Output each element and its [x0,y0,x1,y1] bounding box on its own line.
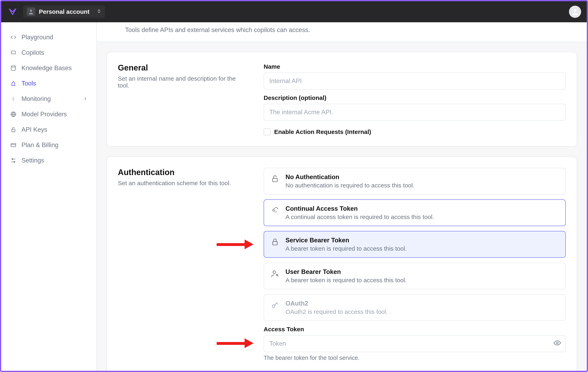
svg-point-0 [30,10,32,12]
section-subheading: Set an authentication scheme for this to… [118,180,247,186]
svg-rect-9 [11,143,16,147]
app-logo[interactable] [7,8,18,16]
name-input[interactable] [264,73,566,89]
sidebar-item-label: Knowledge Bases [21,65,72,72]
sidebar-item-model-providers[interactable]: Model Providers [6,107,92,122]
sidebar-item-label: Copilots [21,49,44,56]
auth-option-title: Service Bearer Token [285,237,407,244]
chevron-right-icon [83,95,87,102]
auth-option-service-bearer-token[interactable]: Service Bearer Token A bearer token is r… [264,231,566,258]
sidebar-item-monitoring[interactable]: Monitoring [6,91,92,107]
sidebar-item-plan-billing[interactable]: Plan & Billing [6,137,92,153]
svg-rect-8 [12,130,15,132]
svg-point-18 [276,274,278,275]
key-icon [10,127,17,132]
chat-icon [10,50,17,55]
svg-rect-2 [11,51,16,54]
svg-rect-16 [273,241,277,245]
sidebar-item-knowledge-bases[interactable]: Knowledge Bases [6,60,92,76]
auth-option-oauth2[interactable]: OAuth2 OAuth2 is required to access this… [264,294,566,321]
description-label: Description (optional) [264,94,566,101]
auth-option-desc: A continual access token is required to … [285,214,434,220]
section-heading: General [118,63,247,72]
sidebar-item-label: API Keys [21,126,47,133]
access-token-label: Access Token [264,326,566,333]
lock-icon [270,237,280,247]
sidebar-item-label: Model Providers [21,111,67,118]
user-key-icon [270,269,280,278]
database-icon [10,65,17,71]
access-token-hint: The bearer token for the tool service. [264,355,566,361]
auth-option-title: No Authentication [285,174,414,181]
svg-point-20 [556,342,558,344]
section-heading: Authentication [118,168,247,177]
profile-avatar[interactable] [569,6,581,18]
globe-icon [10,111,17,117]
sidebar-item-tools[interactable]: Tools [6,76,92,91]
description-input[interactable] [264,104,566,121]
card-general: General Set an internal name and descrip… [106,52,577,147]
sidebar-item-label: Tools [21,80,36,87]
code-icon [10,34,17,40]
tools-icon [10,81,17,86]
svg-point-19 [272,305,275,307]
auth-option-title: Continual Access Token [285,205,434,212]
topbar: Personal account [1,1,587,22]
enable-action-requests-checkbox[interactable] [264,129,271,135]
section-subheading: Set an internal name and description for… [118,75,247,89]
up-down-icon [97,8,101,15]
auth-option-continual-access-token[interactable]: Continual Access Token A continual acces… [264,199,566,226]
sidebar-item-label: Settings [21,157,44,164]
sidebar-item-api-keys[interactable]: API Keys [6,122,92,137]
sidebar-item-settings[interactable]: Settings [6,153,92,168]
svg-point-1 [574,9,576,12]
svg-point-6 [11,66,16,67]
svg-rect-15 [273,178,277,182]
sidebar-item-copilots[interactable]: Copilots [6,45,92,60]
auth-option-desc: A bearer token is required to access thi… [285,245,407,252]
auth-option-no-authentication[interactable]: No Authentication No authentication is r… [264,168,566,195]
sidebar-item-label: Plan & Billing [21,142,59,149]
card-authentication: Authentication Set an authentication sch… [106,156,577,371]
auth-option-desc: A bearer token is required to access thi… [285,277,407,284]
enable-action-requests-label: Enable Action Requests (Internal) [274,129,371,135]
auth-option-user-bearer-token[interactable]: User Bearer Token A bearer token is requ… [264,263,566,289]
sidebar-item-playground[interactable]: Playground [6,30,92,45]
content-area: Tools define APIs and external services … [97,22,587,371]
oauth-key-icon [270,300,280,310]
sidebar-item-label: Monitoring [21,95,51,102]
fingerprint-icon [270,206,280,215]
card-icon [10,142,17,148]
sidebar-item-label: Playground [21,34,53,41]
page-intro: Tools define APIs and external services … [97,22,587,42]
unlock-icon [270,174,280,184]
sliders-icon [10,158,17,163]
auth-option-title: User Bearer Token [285,268,407,275]
access-token-input[interactable] [264,335,566,352]
auth-option-desc: OAuth2 is required to access this tool. [285,308,388,315]
account-avatar-icon [27,8,35,16]
monitoring-icon [10,96,17,102]
sidebar: Playground Copilots Knowledge Bases Tool… [1,22,97,371]
auth-option-title: OAuth2 [285,300,388,307]
account-name: Personal account [39,8,90,15]
toggle-visibility-icon[interactable] [554,339,561,348]
account-switcher[interactable]: Personal account [23,5,105,18]
svg-point-17 [273,271,276,274]
auth-option-desc: No authentication is required to access … [285,182,414,189]
name-label: Name [264,63,566,70]
